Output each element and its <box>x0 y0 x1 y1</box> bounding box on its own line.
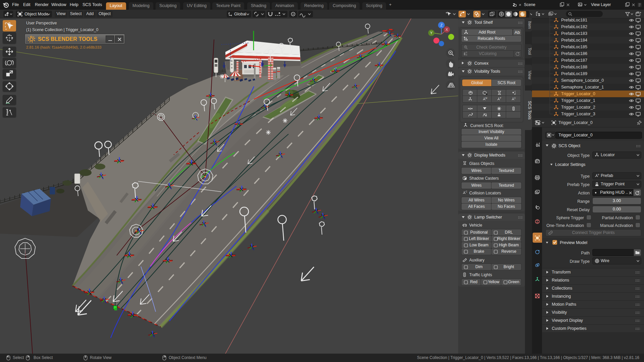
svg-text:C: C <box>466 190 467 193</box>
svg-text:M: M <box>485 97 487 99</box>
svg-text:P: P <box>598 174 599 176</box>
svg-text:P: P <box>500 97 501 99</box>
svg-text:C: C <box>514 97 516 99</box>
